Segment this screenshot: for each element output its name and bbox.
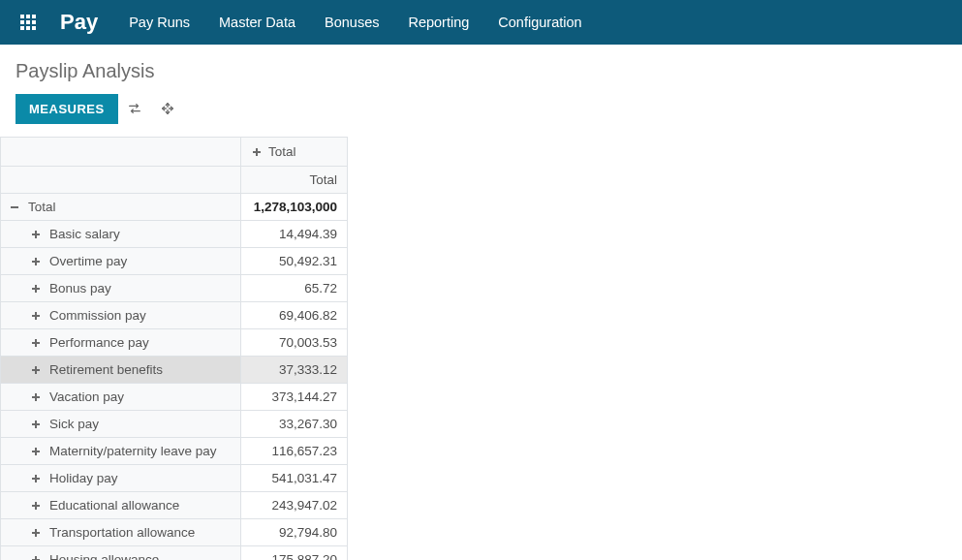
plus-icon	[30, 391, 42, 403]
row-header[interactable]: Commission pay	[1, 302, 241, 329]
row-header[interactable]: Retirement benefits	[1, 357, 241, 384]
total-row-label: Total	[28, 200, 56, 214]
flip-axis-button[interactable]	[118, 92, 151, 125]
row-header[interactable]: Housing allowance	[1, 546, 241, 561]
table-row: Retirement benefits37,333.12	[1, 357, 348, 384]
pivot-corner-2	[1, 167, 241, 194]
table-row: Vacation pay373,144.27	[1, 384, 348, 411]
plus-icon	[30, 554, 42, 561]
total-row: Total 1,278,103,000	[1, 194, 348, 221]
column-header-total[interactable]: Total	[241, 138, 348, 167]
table-row: Educational allowance243,947.02	[1, 492, 348, 519]
row-value: 175,887.20	[241, 546, 348, 561]
grid-icon	[20, 15, 36, 30]
row-value: 541,031.47	[241, 465, 348, 492]
row-label: Performance pay	[49, 335, 149, 350]
row-label: Educational allowance	[49, 498, 179, 513]
row-label: Maternity/paternity leave pay	[49, 444, 217, 458]
row-value: 92,794.80	[241, 519, 348, 546]
row-header[interactable]: Maternity/paternity leave pay	[1, 438, 241, 465]
pivot-table: Total Total Total 1,278,103,000 Basic sa…	[0, 137, 348, 560]
nav-master-data[interactable]: Master Data	[219, 15, 295, 30]
expand-icon	[161, 102, 174, 115]
nav-bonuses[interactable]: Bonuses	[325, 15, 379, 30]
apps-icon[interactable]	[14, 8, 43, 37]
sub-header-total[interactable]: Total	[241, 167, 348, 194]
row-label: Overtime pay	[49, 254, 127, 268]
table-row: Maternity/paternity leave pay116,657.23	[1, 438, 348, 465]
plus-icon	[30, 229, 42, 240]
pivot-corner	[1, 138, 241, 167]
row-label: Retirement benefits	[49, 362, 163, 377]
swap-icon	[128, 102, 141, 115]
table-row: Overtime pay50,492.31	[1, 248, 348, 275]
row-value: 37,333.12	[241, 357, 348, 384]
row-value: 70,003.53	[241, 329, 348, 357]
total-row-header[interactable]: Total	[1, 194, 241, 221]
top-nav: Pay Pay Runs Master Data Bonuses Reporti…	[0, 0, 962, 45]
row-value: 65.72	[241, 275, 348, 302]
plus-icon	[30, 256, 42, 267]
plus-icon	[30, 364, 42, 376]
row-label: Sick pay	[49, 417, 99, 431]
row-label: Vacation pay	[49, 389, 124, 404]
plus-icon	[30, 419, 42, 430]
row-value: 50,492.31	[241, 248, 348, 275]
table-row: Performance pay70,003.53	[1, 329, 348, 357]
row-header[interactable]: Transportation allowance	[1, 519, 241, 546]
plus-icon	[30, 500, 42, 512]
row-value: 243,947.02	[241, 492, 348, 519]
row-header[interactable]: Holiday pay	[1, 465, 241, 492]
row-header[interactable]: Educational allowance	[1, 492, 241, 519]
plus-icon	[30, 473, 42, 484]
row-value: 69,406.82	[241, 302, 348, 329]
plus-icon	[30, 446, 42, 457]
column-header-label: Total	[268, 144, 296, 159]
row-label: Basic salary	[49, 227, 120, 241]
row-header[interactable]: Sick pay	[1, 411, 241, 438]
row-label: Commission pay	[49, 308, 146, 323]
table-row: Bonus pay65.72	[1, 275, 348, 302]
table-row: Housing allowance175,887.20	[1, 546, 348, 561]
plus-icon	[30, 527, 42, 539]
row-header[interactable]: Basic salary	[1, 221, 241, 248]
row-label: Holiday pay	[49, 471, 118, 485]
nav-configuration[interactable]: Configuration	[498, 15, 581, 30]
row-label: Housing allowance	[49, 552, 159, 560]
plus-icon	[30, 310, 42, 322]
plus-icon	[30, 337, 42, 349]
expand-all-button[interactable]	[151, 92, 184, 125]
row-label: Transportation allowance	[49, 525, 195, 540]
table-row: Sick pay33,267.30	[1, 411, 348, 438]
table-row: Basic salary14,494.39	[1, 221, 348, 248]
controls-bar: MEASURES	[0, 92, 962, 137]
plus-icon	[251, 146, 263, 158]
row-header[interactable]: Bonus pay	[1, 275, 241, 302]
table-row: Holiday pay541,031.47	[1, 465, 348, 492]
nav-pay-runs[interactable]: Pay Runs	[129, 15, 190, 30]
row-value: 14,494.39	[241, 221, 348, 248]
row-header[interactable]: Vacation pay	[1, 384, 241, 411]
total-row-value: 1,278,103,000	[241, 194, 348, 221]
measures-button[interactable]: MEASURES	[16, 94, 118, 124]
plus-icon	[30, 283, 42, 295]
table-row: Commission pay69,406.82	[1, 302, 348, 329]
row-value: 373,144.27	[241, 384, 348, 411]
nav-reporting[interactable]: Reporting	[408, 15, 469, 30]
brand-label[interactable]: Pay	[60, 10, 98, 35]
table-row: Transportation allowance92,794.80	[1, 519, 348, 546]
row-header[interactable]: Performance pay	[1, 329, 241, 357]
row-value: 116,657.23	[241, 438, 348, 465]
page-title: Payslip Analysis	[0, 45, 962, 92]
row-header[interactable]: Overtime pay	[1, 248, 241, 275]
row-label: Bonus pay	[49, 281, 111, 296]
row-value: 33,267.30	[241, 411, 348, 438]
minus-icon	[9, 202, 20, 213]
